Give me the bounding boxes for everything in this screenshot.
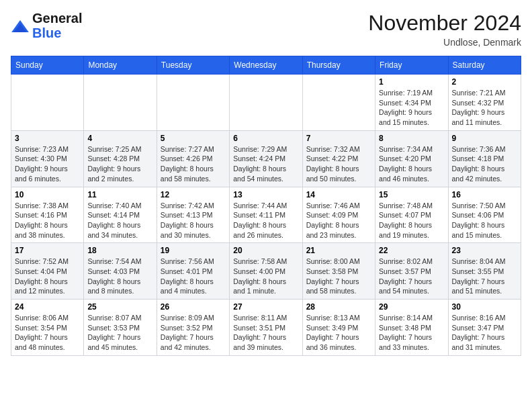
day-cell-2-1: 11 Sunrise: 7:40 AMSunset: 4:14 PMDaylig… xyxy=(84,187,157,243)
day-cell-1-3: 6 Sunrise: 7:29 AMSunset: 4:24 PMDayligh… xyxy=(230,130,302,187)
day-cell-2-4: 14 Sunrise: 7:46 AMSunset: 4:09 PMDaylig… xyxy=(302,187,375,243)
day-number: 9 xyxy=(452,134,517,143)
day-cell-2-5: 15 Sunrise: 7:48 AMSunset: 4:07 PMDaylig… xyxy=(375,187,448,243)
day-cell-1-5: 8 Sunrise: 7:34 AMSunset: 4:20 PMDayligh… xyxy=(375,130,448,187)
day-info: Sunrise: 7:48 AMSunset: 4:07 PMDaylight:… xyxy=(379,201,444,240)
day-number: 20 xyxy=(233,246,298,255)
header-tuesday: Tuesday xyxy=(157,56,229,75)
week-row-1: 1 Sunrise: 7:19 AMSunset: 4:34 PMDayligh… xyxy=(11,75,521,131)
day-number: 14 xyxy=(306,190,371,199)
day-number: 2 xyxy=(452,77,517,87)
day-cell-4-3: 27 Sunrise: 8:11 AMSunset: 3:51 PMDaylig… xyxy=(230,300,302,356)
day-number: 19 xyxy=(161,246,226,255)
day-number: 30 xyxy=(452,302,517,312)
day-cell-2-3: 13 Sunrise: 7:44 AMSunset: 4:11 PMDaylig… xyxy=(230,187,302,243)
day-cell-3-3: 20 Sunrise: 7:58 AMSunset: 4:00 PMDaylig… xyxy=(230,243,302,300)
page-header: General Blue November 2024 Undlose, Denm… xyxy=(11,11,521,48)
day-cell-3-2: 19 Sunrise: 7:56 AMSunset: 4:01 PMDaylig… xyxy=(157,243,229,300)
day-cell-1-0: 3 Sunrise: 7:23 AMSunset: 4:30 PMDayligh… xyxy=(11,130,84,187)
day-cell-3-6: 23 Sunrise: 8:04 AMSunset: 3:55 PMDaylig… xyxy=(448,243,521,300)
logo-blue: Blue xyxy=(32,26,61,40)
day-info: Sunrise: 8:02 AMSunset: 3:57 PMDaylight:… xyxy=(379,257,444,296)
day-number: 22 xyxy=(379,246,444,255)
location: Undlose, Denmark xyxy=(368,37,521,48)
day-number: 8 xyxy=(379,134,444,143)
day-cell-0-6: 2 Sunrise: 7:21 AMSunset: 4:32 PMDayligh… xyxy=(448,75,521,131)
day-info: Sunrise: 7:34 AMSunset: 4:20 PMDaylight:… xyxy=(379,144,444,184)
day-info: Sunrise: 7:25 AMSunset: 4:28 PMDaylight:… xyxy=(87,144,152,184)
day-info: Sunrise: 7:29 AMSunset: 4:24 PMDaylight:… xyxy=(233,144,298,184)
day-info: Sunrise: 7:56 AMSunset: 4:01 PMDaylight:… xyxy=(161,257,226,296)
day-cell-3-0: 17 Sunrise: 7:52 AMSunset: 4:04 PMDaylig… xyxy=(11,243,84,300)
day-info: Sunrise: 7:32 AMSunset: 4:22 PMDaylight:… xyxy=(306,144,371,184)
day-cell-1-6: 9 Sunrise: 7:36 AMSunset: 4:18 PMDayligh… xyxy=(448,130,521,187)
day-info: Sunrise: 7:19 AMSunset: 4:34 PMDaylight:… xyxy=(379,88,444,128)
day-cell-1-4: 7 Sunrise: 7:32 AMSunset: 4:22 PMDayligh… xyxy=(302,130,375,187)
day-info: Sunrise: 7:46 AMSunset: 4:09 PMDaylight:… xyxy=(306,201,371,240)
header-monday: Monday xyxy=(84,56,157,75)
day-cell-0-1 xyxy=(84,75,157,131)
day-info: Sunrise: 7:40 AMSunset: 4:14 PMDaylight:… xyxy=(87,201,152,240)
day-number: 12 xyxy=(161,190,226,199)
day-number: 7 xyxy=(306,134,371,143)
day-cell-0-2 xyxy=(157,75,229,131)
week-row-5: 24 Sunrise: 8:06 AMSunset: 3:54 PMDaylig… xyxy=(11,300,521,356)
day-number: 24 xyxy=(15,302,80,312)
day-cell-4-4: 28 Sunrise: 8:13 AMSunset: 3:49 PMDaylig… xyxy=(302,300,375,356)
day-cell-4-5: 29 Sunrise: 8:14 AMSunset: 3:48 PMDaylig… xyxy=(375,300,448,356)
logo-general: General xyxy=(32,11,82,26)
day-cell-4-6: 30 Sunrise: 8:16 AMSunset: 3:47 PMDaylig… xyxy=(448,300,521,356)
day-info: Sunrise: 8:00 AMSunset: 3:58 PMDaylight:… xyxy=(306,257,371,296)
day-number: 16 xyxy=(452,190,517,199)
day-cell-0-5: 1 Sunrise: 7:19 AMSunset: 4:34 PMDayligh… xyxy=(375,75,448,131)
day-cell-0-4 xyxy=(302,75,375,131)
header-sunday: Sunday xyxy=(11,56,84,75)
weekday-header-row: Sunday Monday Tuesday Wednesday Thursday… xyxy=(11,56,521,75)
logo: General Blue xyxy=(11,11,82,40)
day-number: 5 xyxy=(161,134,226,143)
day-info: Sunrise: 8:09 AMSunset: 3:52 PMDaylight:… xyxy=(161,313,226,353)
day-cell-1-2: 5 Sunrise: 7:27 AMSunset: 4:26 PMDayligh… xyxy=(157,130,229,187)
day-cell-3-1: 18 Sunrise: 7:54 AMSunset: 4:03 PMDaylig… xyxy=(84,243,157,300)
day-cell-3-5: 22 Sunrise: 8:02 AMSunset: 3:57 PMDaylig… xyxy=(375,243,448,300)
calendar: Sunday Monday Tuesday Wednesday Thursday… xyxy=(11,56,521,356)
day-number: 10 xyxy=(15,190,80,199)
day-number: 11 xyxy=(87,190,152,199)
title-area: November 2024 Undlose, Denmark xyxy=(368,11,521,48)
day-info: Sunrise: 7:42 AMSunset: 4:13 PMDaylight:… xyxy=(161,201,226,240)
day-cell-2-0: 10 Sunrise: 7:38 AMSunset: 4:16 PMDaylig… xyxy=(11,187,84,243)
day-info: Sunrise: 7:27 AMSunset: 4:26 PMDaylight:… xyxy=(161,144,226,184)
header-thursday: Thursday xyxy=(302,56,375,75)
day-info: Sunrise: 8:13 AMSunset: 3:49 PMDaylight:… xyxy=(306,313,371,353)
day-info: Sunrise: 8:11 AMSunset: 3:51 PMDaylight:… xyxy=(233,313,298,353)
day-number: 1 xyxy=(379,77,444,87)
day-number: 13 xyxy=(233,190,298,199)
day-number: 23 xyxy=(452,246,517,255)
day-info: Sunrise: 8:16 AMSunset: 3:47 PMDaylight:… xyxy=(452,313,517,353)
logo-icon xyxy=(11,20,30,32)
day-info: Sunrise: 7:54 AMSunset: 4:03 PMDaylight:… xyxy=(87,257,152,296)
day-cell-1-1: 4 Sunrise: 7:25 AMSunset: 4:28 PMDayligh… xyxy=(84,130,157,187)
day-number: 3 xyxy=(15,134,80,143)
day-info: Sunrise: 7:44 AMSunset: 4:11 PMDaylight:… xyxy=(233,201,298,240)
month-title: November 2024 xyxy=(368,11,521,36)
day-cell-0-0 xyxy=(11,75,84,131)
day-info: Sunrise: 7:50 AMSunset: 4:06 PMDaylight:… xyxy=(452,201,517,240)
day-number: 18 xyxy=(87,246,152,255)
day-info: Sunrise: 7:52 AMSunset: 4:04 PMDaylight:… xyxy=(15,257,80,296)
header-friday: Friday xyxy=(375,56,448,75)
day-cell-3-4: 21 Sunrise: 8:00 AMSunset: 3:58 PMDaylig… xyxy=(302,243,375,300)
day-info: Sunrise: 8:07 AMSunset: 3:53 PMDaylight:… xyxy=(87,313,152,353)
day-info: Sunrise: 8:06 AMSunset: 3:54 PMDaylight:… xyxy=(15,313,80,353)
day-info: Sunrise: 8:14 AMSunset: 3:48 PMDaylight:… xyxy=(379,313,444,353)
day-number: 15 xyxy=(379,190,444,199)
day-cell-2-2: 12 Sunrise: 7:42 AMSunset: 4:13 PMDaylig… xyxy=(157,187,229,243)
day-info: Sunrise: 7:36 AMSunset: 4:18 PMDaylight:… xyxy=(452,144,517,184)
day-cell-4-2: 26 Sunrise: 8:09 AMSunset: 3:52 PMDaylig… xyxy=(157,300,229,356)
day-info: Sunrise: 7:21 AMSunset: 4:32 PMDaylight:… xyxy=(452,88,517,128)
day-cell-2-6: 16 Sunrise: 7:50 AMSunset: 4:06 PMDaylig… xyxy=(448,187,521,243)
week-row-2: 3 Sunrise: 7:23 AMSunset: 4:30 PMDayligh… xyxy=(11,130,521,187)
header-saturday: Saturday xyxy=(448,56,521,75)
day-number: 4 xyxy=(87,134,152,143)
day-number: 29 xyxy=(379,302,444,312)
